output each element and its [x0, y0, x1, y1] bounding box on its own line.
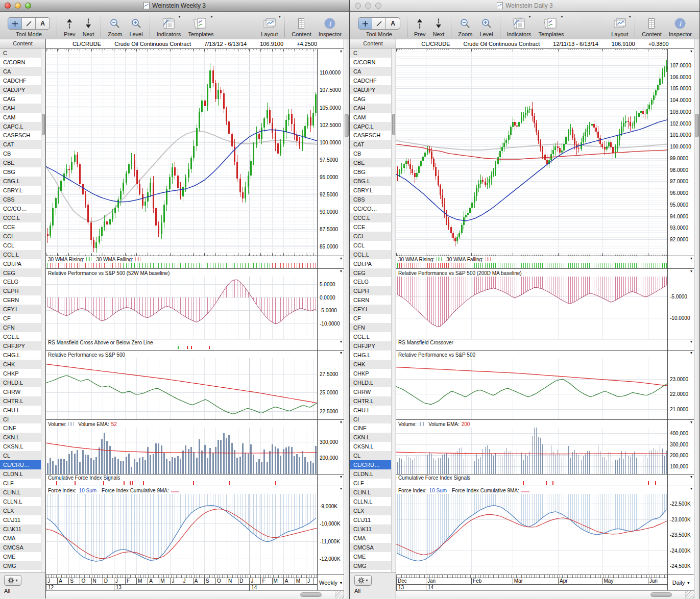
symbol-list-item[interactable]: CHG.L	[350, 351, 391, 360]
periodicity-selector[interactable]: Daily ▾	[667, 575, 694, 590]
symbol-list-item[interactable]: CAH	[0, 104, 41, 113]
sidebar-scrollbar[interactable]	[391, 48, 396, 572]
symbol-list-item[interactable]: CBG	[350, 167, 391, 177]
panel-menu-caret[interactable]: ▾	[690, 475, 692, 479]
symbol-list-item[interactable]: CASESCH	[0, 131, 41, 140]
symbol-list-item[interactable]: CCC.L	[0, 213, 41, 222]
periodicity-selector[interactable]: Weekly ▾	[317, 575, 344, 590]
symbol-list-item[interactable]: CHLD.L	[0, 378, 41, 387]
symbol-list-item[interactable]: CHFJPY	[0, 341, 41, 351]
content-button[interactable]: Content	[288, 12, 315, 39]
cfi-plot[interactable]: Cumulative Force Index Signals	[396, 475, 667, 486]
panel-menu-caret[interactable]: ▾	[690, 351, 692, 355]
action-gear-button[interactable]: ▾	[4, 575, 21, 586]
wma-strip-svg[interactable]	[46, 262, 317, 268]
symbol-list-item[interactable]: CKSN.L	[350, 442, 391, 451]
symbol-list-item[interactable]: CCI	[350, 232, 391, 241]
resize-grip[interactable]	[685, 591, 694, 598]
symbol-list-item[interactable]: CBS	[350, 195, 391, 204]
zoom-in-button[interactable]: Level	[126, 12, 146, 39]
symbol-list-item[interactable]: CHG.L	[0, 351, 41, 360]
indicators-button[interactable]: ▾ Indicators	[503, 12, 535, 39]
symbol-list-item[interactable]: CASESCH	[350, 131, 391, 140]
price-chart-svg[interactable]	[396, 49, 667, 256]
symbol-list-item[interactable]: CGL.L	[0, 332, 41, 341]
symbol-list-item[interactable]: CADCHF	[350, 76, 391, 85]
symbol-list-item[interactable]: CAT	[350, 140, 391, 149]
cfi-strip-svg[interactable]	[396, 481, 667, 486]
symbol-list-item[interactable]: CFN	[350, 323, 391, 332]
symbol-list-item[interactable]: CAG	[350, 94, 391, 104]
symbol-list-item[interactable]: CMCSA	[350, 543, 391, 552]
panel-menu-caret[interactable]: ▾	[690, 339, 692, 344]
symbol-list-item[interactable]: CLX	[0, 506, 41, 515]
sidebar-scrollbar[interactable]	[41, 48, 45, 572]
panel-menu-caret[interactable]: ▾	[690, 269, 692, 273]
symbol-list-item[interactable]: CCE	[350, 222, 391, 232]
rs-chart-svg[interactable]	[396, 277, 667, 339]
volume-plot[interactable]: Volume: Volume EMA: 200	[396, 420, 667, 474]
symbol-list-item[interactable]: CHLD.L	[350, 378, 391, 387]
zoom-out-button[interactable]: Zoom	[104, 12, 126, 39]
symbol-list-item[interactable]: CINF	[0, 423, 41, 433]
rp-chart-svg[interactable]	[396, 358, 667, 419]
symbol-list-item[interactable]: CBE	[350, 158, 391, 167]
panel-menu-caret[interactable]: ▾	[690, 420, 692, 425]
symbol-list-item[interactable]: CL	[350, 451, 391, 460]
wma-strip-plot[interactable]: 30 WMA Rising: 30 WMA Falling:	[46, 256, 317, 268]
rs-chart-svg[interactable]	[46, 277, 317, 339]
symbol-list-item[interactable]: CCL.L	[350, 250, 391, 259]
symbol-list-item[interactable]: CEY.L	[350, 305, 391, 314]
sidebar-scrollbar-thumb[interactable]	[42, 114, 45, 135]
symbol-list-item[interactable]: CELG	[350, 277, 391, 286]
symbol-list-item[interactable]: CC/CO…	[350, 204, 391, 213]
force-index-chart-svg[interactable]	[46, 494, 317, 575]
mansfield-strip-svg[interactable]	[396, 345, 667, 350]
prev-button[interactable]: Prev	[411, 12, 429, 39]
line-tool-button[interactable]	[372, 18, 386, 29]
mansfield-plot[interactable]: RS Mansfield Crossover	[396, 339, 667, 350]
symbol-list-item[interactable]: CA	[0, 67, 41, 76]
symbol-list-item[interactable]: CB	[0, 149, 41, 158]
symbol-list-item[interactable]: CA	[350, 67, 391, 76]
panel-menu-caret[interactable]: ▾	[690, 486, 692, 491]
symbol-list-item[interactable]: C/CORN	[0, 58, 41, 67]
symbol-list-item[interactable]: CL\J11	[0, 515, 41, 525]
window-scrollbar-thumb[interactable]	[345, 114, 349, 137]
panel-menu-caret[interactable]: ▾	[340, 475, 342, 479]
symbol-list-item[interactable]: CERN	[350, 295, 391, 305]
symbol-list-item[interactable]: CI	[0, 415, 41, 424]
symbol-list-item[interactable]: CFN	[0, 323, 41, 332]
symbol-list-item[interactable]: CMA	[0, 534, 41, 543]
symbol-list-item[interactable]: CBG	[0, 167, 41, 177]
cfi-strip-svg[interactable]	[46, 481, 317, 486]
wma-strip-svg[interactable]	[396, 262, 667, 268]
symbol-list-item[interactable]: CLLN.L	[350, 497, 391, 506]
symbol-list-item[interactable]: CDI.PA	[350, 259, 391, 268]
symbol-list-item[interactable]: CAT	[0, 140, 41, 149]
symbol-list-item[interactable]: C	[350, 48, 391, 58]
symbol-list-item[interactable]: CL/CRU…	[0, 460, 41, 469]
symbol-list-item[interactable]: CMA	[350, 534, 391, 543]
hscroll-thumb[interactable]	[650, 592, 672, 597]
mansfield-plot[interactable]: RS Mansfield Cross Above or Below Zero L…	[46, 339, 317, 350]
symbol-list-item[interactable]: CMG	[350, 561, 391, 570]
panel-menu-caret[interactable]: ▾	[340, 420, 342, 425]
window-scrollbar-thumb[interactable]	[695, 114, 699, 137]
volume-chart-svg[interactable]	[396, 428, 667, 474]
inspector-button[interactable]: i Inspector	[665, 12, 695, 39]
volume-chart-svg[interactable]	[46, 428, 317, 474]
symbol-list-item[interactable]: CLF	[0, 479, 41, 488]
symbol-list-item[interactable]: CHRW	[0, 387, 41, 396]
hscroll-thumb[interactable]	[300, 592, 322, 597]
symbol-list-item[interactable]: CHU.L	[350, 406, 391, 415]
panel-menu-caret[interactable]: ▾	[340, 339, 342, 344]
symbol-list-item[interactable]: CDI.PA	[0, 259, 41, 268]
cfi-plot[interactable]: Cumulative Force Index Signals	[46, 475, 317, 486]
symbol-list-item[interactable]: CEG	[350, 268, 391, 278]
prev-button[interactable]: Prev	[60, 12, 79, 39]
rp-chart-svg[interactable]	[46, 358, 317, 419]
panel-menu-caret[interactable]: ▾	[690, 49, 692, 54]
symbol-list-item[interactable]: CL/CRU…	[350, 460, 391, 469]
wma-strip-plot[interactable]: 30 WMA Rising: 30 WMA Falling:	[396, 256, 667, 268]
